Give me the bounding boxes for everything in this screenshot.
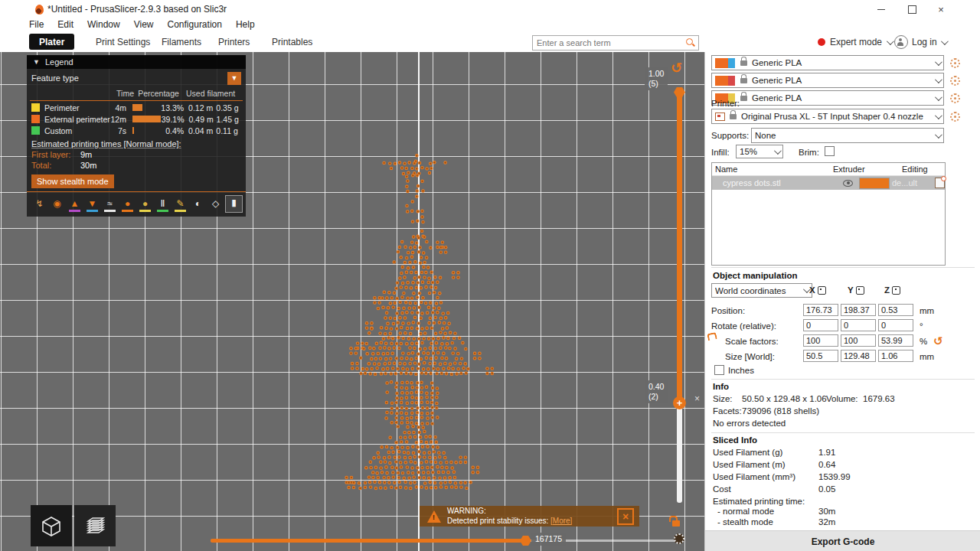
size-y-field[interactable]: 129.48 — [841, 350, 876, 362]
filament-settings-gear-icon[interactable] — [950, 93, 960, 103]
legend-toggle-icon[interactable]: ▮ — [225, 195, 243, 213]
brim-checkbox[interactable] — [825, 146, 835, 156]
info-title: Info — [713, 382, 729, 391]
menu-window[interactable]: Window — [87, 19, 120, 31]
scale-x-field[interactable]: 100 — [803, 334, 838, 347]
sliced-label: - normal mode — [717, 507, 774, 516]
menu-edit[interactable]: Edit — [57, 19, 74, 31]
infill-selector[interactable]: 15% — [736, 145, 783, 158]
menu-help[interactable]: Help — [236, 19, 255, 31]
rotate-x-field[interactable]: 0 — [803, 319, 838, 331]
pause-prints-icon[interactable]: Ⅱ — [155, 197, 171, 213]
legend-header[interactable]: ▼ Legend — [27, 55, 246, 69]
scale-z-field[interactable]: 53.99 — [878, 334, 913, 347]
view-type-dropdown-button[interactable]: ▼ — [227, 72, 241, 85]
tab-filaments[interactable]: Filaments — [152, 34, 211, 50]
export-gcode-button[interactable]: Export G-code — [705, 530, 980, 551]
total-value: 30m — [80, 161, 96, 170]
cube-icon — [38, 513, 64, 539]
close-button[interactable]: × — [928, 0, 954, 18]
sliced-label: Used Filament (g) — [713, 448, 782, 457]
deretractions-icon[interactable]: ▼ — [84, 197, 100, 213]
tab-printables[interactable]: Printables — [262, 34, 322, 50]
menu-view[interactable]: View — [134, 19, 154, 31]
menu-file[interactable]: File — [29, 19, 44, 31]
retractions-icon[interactable]: ▲ — [67, 197, 83, 213]
slider-lock-icon[interactable] — [672, 520, 680, 527]
rotate-y-field[interactable]: 0 — [841, 319, 876, 331]
first-layer-label: First layer: — [31, 150, 80, 159]
col-extruder: Extruder — [833, 165, 902, 174]
filament-selector-2[interactable]: Generic PLA — [711, 73, 944, 88]
object-row-cypress-dots[interactable]: cypress dots.stl de...ult — [712, 176, 945, 190]
tool-marker-icon[interactable]: ◇ — [207, 197, 224, 213]
color-changes-icon[interactable]: ● — [119, 197, 136, 213]
collapse-triangle-icon[interactable]: ▼ — [33, 58, 40, 66]
search-input[interactable] — [533, 38, 685, 47]
title-bar[interactable]: *Untitled - PrusaSlicer-2.9.3 based on S… — [0, 0, 980, 18]
visibility-eye-icon[interactable] — [843, 180, 853, 187]
size-x-field[interactable]: 50.5 — [803, 350, 838, 362]
sliced-value: 32m — [818, 517, 835, 527]
maximize-button[interactable] — [899, 0, 925, 18]
minimize-button[interactable] — [868, 0, 894, 18]
show-stealth-mode-button[interactable]: Show stealth mode — [31, 174, 114, 188]
filament-selector-3[interactable]: Generic PLA — [711, 90, 944, 106]
mode-selector[interactable]: Expert mode — [818, 37, 892, 47]
size-unit: mm — [920, 352, 934, 361]
position-y-field[interactable]: 198.37 — [841, 304, 876, 316]
tab-print-settings[interactable]: Print Settings — [86, 34, 160, 50]
position-z-field[interactable]: 0.53 — [878, 304, 913, 316]
slider-revert-icon[interactable]: ↺ — [671, 60, 682, 77]
chevron-down-icon — [774, 147, 782, 155]
shells-icon[interactable]: ◐ — [190, 197, 206, 213]
filament-name: Generic PLA — [752, 76, 935, 85]
slider-close-icon[interactable]: × — [694, 393, 700, 404]
menu-configuration[interactable]: Configuration — [168, 19, 222, 31]
view-type-row[interactable]: Feature type ▼ — [27, 69, 246, 87]
infill-label: Infill: — [711, 148, 730, 157]
feature-weight: 0.35 g — [216, 103, 241, 112]
extruder-swatch[interactable] — [859, 178, 890, 189]
tab-plater[interactable]: Plater — [29, 34, 74, 50]
size-z-field[interactable]: 1.06 — [878, 350, 913, 362]
object-list[interactable]: Name Extruder Editing cypress dots.stl d… — [711, 162, 946, 266]
printer-settings-gear-icon[interactable] — [950, 112, 960, 122]
search-icon[interactable] — [685, 37, 696, 48]
layer-bottom-height: 0.40 — [648, 382, 664, 392]
warning-more-link[interactable]: [More] — [550, 517, 572, 525]
seams-icon[interactable]: ≈ — [102, 197, 118, 213]
slider-knob[interactable] — [674, 533, 684, 544]
layer-slider-bottom-handle[interactable]: + — [673, 396, 686, 409]
axis-box-icon — [818, 286, 826, 295]
position-x-field[interactable]: 176.73 — [803, 304, 838, 316]
scale-y-field[interactable]: 100 — [841, 334, 876, 347]
color-swatch — [31, 103, 40, 112]
inches-checkbox[interactable] — [714, 365, 724, 375]
editing-icon[interactable] — [935, 178, 945, 188]
login-button[interactable]: Log in — [894, 35, 946, 49]
search-box[interactable] — [532, 35, 699, 51]
printer-selector[interactable]: Original Prusa XL - 5T Input Shaper 0.4 … — [711, 109, 944, 124]
warning-close-button[interactable]: × — [617, 508, 634, 525]
plater-3d-viewport[interactable]: ▼ Legend Feature type ▼ Time Percentage … — [0, 52, 704, 551]
travel-moves-icon[interactable]: ↯ — [31, 197, 47, 213]
editor-view-button[interactable] — [31, 505, 72, 546]
supports-selector[interactable]: None — [751, 128, 944, 143]
filament-settings-gear-icon[interactable] — [950, 58, 960, 68]
legend-column-headers: Time Percentage Used filament — [27, 87, 246, 99]
rotate-z-field[interactable]: 0 — [878, 319, 913, 331]
preview-view-button[interactable] — [74, 505, 116, 546]
tool-changes-icon[interactable]: ● — [137, 197, 153, 213]
tab-printers[interactable]: Printers — [208, 34, 260, 50]
filament-settings-gear-icon[interactable] — [950, 76, 960, 86]
reset-scale-icon[interactable]: ↺ — [933, 334, 943, 348]
wipe-icon[interactable]: ◉ — [49, 197, 65, 213]
sliced-label: Estimated printing time: — [713, 497, 805, 506]
rotate-unit: ° — [920, 321, 923, 331]
lock-icon — [740, 78, 747, 83]
coordinates-selector[interactable]: World coordinates — [711, 283, 812, 298]
warning-triangle-icon: ! — [427, 510, 441, 523]
custom-gcodes-icon[interactable]: ✎ — [172, 197, 188, 213]
filament-selector-1[interactable]: Generic PLA — [711, 55, 944, 70]
